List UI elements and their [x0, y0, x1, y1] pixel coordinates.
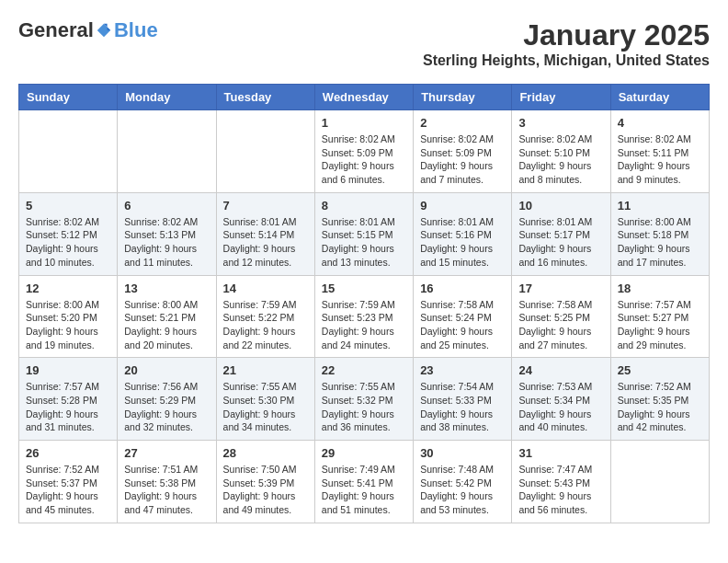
calendar-cell: 9Sunrise: 8:01 AM Sunset: 5:16 PM Daylig…	[414, 192, 512, 275]
day-info: Sunrise: 7:52 AM Sunset: 5:35 PM Dayligh…	[618, 380, 702, 434]
day-info: Sunrise: 7:51 AM Sunset: 5:38 PM Dayligh…	[124, 463, 209, 517]
day-info: Sunrise: 7:53 AM Sunset: 5:34 PM Dayligh…	[518, 380, 603, 434]
calendar-cell	[610, 441, 709, 523]
day-number: 11	[618, 199, 702, 213]
day-number: 25	[618, 363, 702, 377]
day-number: 12	[26, 282, 110, 295]
day-info: Sunrise: 8:02 AM Sunset: 5:12 PM Dayligh…	[26, 215, 110, 270]
calendar-cell: 10Sunrise: 8:01 AM Sunset: 5:17 PM Dayli…	[512, 192, 610, 275]
calendar-cell	[216, 110, 314, 193]
calendar-cell: 8Sunrise: 8:01 AM Sunset: 5:15 PM Daylig…	[314, 192, 413, 275]
day-of-week-header: Sunday	[19, 85, 118, 110]
calendar-cell: 17Sunrise: 7:58 AM Sunset: 5:25 PM Dayli…	[512, 275, 610, 358]
day-info: Sunrise: 7:55 AM Sunset: 5:30 PM Dayligh…	[223, 380, 308, 434]
calendar-table: SundayMondayTuesdayWednesdayThursdayFrid…	[18, 84, 710, 523]
day-number: 29	[322, 446, 406, 460]
logo-blue-text: Blue	[114, 18, 158, 42]
day-info: Sunrise: 7:54 AM Sunset: 5:33 PM Dayligh…	[420, 380, 505, 434]
page-header: General Blue January 2025 Sterling Heigh…	[18, 18, 710, 69]
day-number: 14	[223, 282, 308, 295]
calendar-cell: 11Sunrise: 8:00 AM Sunset: 5:18 PM Dayli…	[610, 192, 709, 275]
day-of-week-header: Tuesday	[216, 85, 314, 110]
day-number: 22	[322, 363, 406, 377]
calendar-week-row: 1Sunrise: 8:02 AM Sunset: 5:09 PM Daylig…	[19, 110, 710, 193]
day-info: Sunrise: 7:55 AM Sunset: 5:32 PM Dayligh…	[322, 380, 406, 434]
day-number: 4	[618, 116, 702, 130]
day-info: Sunrise: 7:48 AM Sunset: 5:42 PM Dayligh…	[420, 463, 505, 517]
day-info: Sunrise: 7:59 AM Sunset: 5:22 PM Dayligh…	[223, 298, 308, 352]
calendar-cell: 4Sunrise: 8:02 AM Sunset: 5:11 PM Daylig…	[610, 110, 709, 193]
day-number: 26	[26, 446, 110, 460]
calendar-cell: 26Sunrise: 7:52 AM Sunset: 5:37 PM Dayli…	[19, 441, 118, 523]
calendar-week-row: 5Sunrise: 8:02 AM Sunset: 5:12 PM Daylig…	[19, 192, 710, 275]
calendar-cell: 1Sunrise: 8:02 AM Sunset: 5:09 PM Daylig…	[314, 110, 413, 193]
day-number: 28	[223, 446, 308, 460]
day-info: Sunrise: 8:01 AM Sunset: 5:15 PM Dayligh…	[322, 215, 406, 270]
day-info: Sunrise: 7:57 AM Sunset: 5:27 PM Dayligh…	[618, 298, 702, 352]
day-number: 18	[618, 282, 702, 295]
logo: General Blue	[18, 18, 158, 42]
calendar-cell: 29Sunrise: 7:49 AM Sunset: 5:41 PM Dayli…	[314, 441, 413, 523]
calendar-week-row: 19Sunrise: 7:57 AM Sunset: 5:28 PM Dayli…	[19, 358, 710, 441]
day-number: 9	[420, 199, 505, 213]
day-of-week-header: Saturday	[610, 85, 709, 110]
calendar-cell	[118, 110, 216, 193]
calendar-cell: 21Sunrise: 7:55 AM Sunset: 5:30 PM Dayli…	[216, 358, 314, 441]
day-number: 19	[26, 363, 110, 377]
day-info: Sunrise: 7:49 AM Sunset: 5:41 PM Dayligh…	[322, 463, 406, 517]
day-info: Sunrise: 8:02 AM Sunset: 5:11 PM Dayligh…	[618, 132, 702, 187]
day-info: Sunrise: 7:57 AM Sunset: 5:28 PM Dayligh…	[26, 380, 110, 434]
logo-general-text: General	[18, 18, 94, 42]
day-info: Sunrise: 7:47 AM Sunset: 5:43 PM Dayligh…	[518, 463, 603, 517]
day-number: 31	[518, 446, 603, 460]
calendar-header-row: SundayMondayTuesdayWednesdayThursdayFrid…	[19, 85, 710, 110]
title-block: January 2025 Sterling Heights, Michigan,…	[423, 18, 710, 69]
calendar-cell: 7Sunrise: 8:01 AM Sunset: 5:14 PM Daylig…	[216, 192, 314, 275]
calendar-cell: 22Sunrise: 7:55 AM Sunset: 5:32 PM Dayli…	[314, 358, 413, 441]
calendar-cell	[19, 110, 118, 193]
day-info: Sunrise: 8:00 AM Sunset: 5:20 PM Dayligh…	[26, 298, 110, 352]
day-info: Sunrise: 8:02 AM Sunset: 5:13 PM Dayligh…	[124, 215, 209, 270]
day-of-week-header: Friday	[512, 85, 610, 110]
calendar-cell: 30Sunrise: 7:48 AM Sunset: 5:42 PM Dayli…	[414, 441, 512, 523]
calendar-cell: 3Sunrise: 8:02 AM Sunset: 5:10 PM Daylig…	[512, 110, 610, 193]
day-number: 30	[420, 446, 505, 460]
day-number: 3	[518, 116, 603, 130]
location-text: Sterling Heights, Michigan, United State…	[423, 52, 710, 69]
day-number: 5	[26, 199, 110, 213]
day-number: 13	[124, 282, 209, 295]
calendar-cell: 5Sunrise: 8:02 AM Sunset: 5:12 PM Daylig…	[19, 192, 118, 275]
day-number: 15	[322, 282, 406, 295]
day-info: Sunrise: 7:52 AM Sunset: 5:37 PM Dayligh…	[26, 463, 110, 517]
day-info: Sunrise: 8:01 AM Sunset: 5:17 PM Dayligh…	[518, 215, 603, 270]
day-number: 2	[420, 116, 505, 130]
day-info: Sunrise: 7:58 AM Sunset: 5:24 PM Dayligh…	[420, 298, 505, 352]
day-number: 10	[518, 199, 603, 213]
day-number: 8	[322, 199, 406, 213]
calendar-cell: 2Sunrise: 8:02 AM Sunset: 5:09 PM Daylig…	[414, 110, 512, 193]
day-number: 20	[124, 363, 209, 377]
calendar-cell: 31Sunrise: 7:47 AM Sunset: 5:43 PM Dayli…	[512, 441, 610, 523]
day-info: Sunrise: 8:00 AM Sunset: 5:18 PM Dayligh…	[618, 215, 702, 270]
day-of-week-header: Thursday	[414, 85, 512, 110]
day-info: Sunrise: 7:58 AM Sunset: 5:25 PM Dayligh…	[518, 298, 603, 352]
day-of-week-header: Wednesday	[314, 85, 413, 110]
calendar-cell: 19Sunrise: 7:57 AM Sunset: 5:28 PM Dayli…	[19, 358, 118, 441]
calendar-cell: 24Sunrise: 7:53 AM Sunset: 5:34 PM Dayli…	[512, 358, 610, 441]
day-number: 27	[124, 446, 209, 460]
day-info: Sunrise: 8:01 AM Sunset: 5:14 PM Dayligh…	[223, 215, 308, 270]
day-number: 16	[420, 282, 505, 295]
day-info: Sunrise: 8:02 AM Sunset: 5:09 PM Dayligh…	[322, 132, 406, 187]
calendar-cell: 6Sunrise: 8:02 AM Sunset: 5:13 PM Daylig…	[118, 192, 216, 275]
calendar-cell: 12Sunrise: 8:00 AM Sunset: 5:20 PM Dayli…	[19, 275, 118, 358]
day-info: Sunrise: 8:01 AM Sunset: 5:16 PM Dayligh…	[420, 215, 505, 270]
day-info: Sunrise: 7:59 AM Sunset: 5:23 PM Dayligh…	[322, 298, 406, 352]
day-info: Sunrise: 7:50 AM Sunset: 5:39 PM Dayligh…	[223, 463, 308, 517]
calendar-week-row: 12Sunrise: 8:00 AM Sunset: 5:20 PM Dayli…	[19, 275, 710, 358]
calendar-cell: 20Sunrise: 7:56 AM Sunset: 5:29 PM Dayli…	[118, 358, 216, 441]
day-info: Sunrise: 8:02 AM Sunset: 5:09 PM Dayligh…	[420, 132, 505, 187]
calendar-cell: 13Sunrise: 8:00 AM Sunset: 5:21 PM Dayli…	[118, 275, 216, 358]
calendar-cell: 25Sunrise: 7:52 AM Sunset: 5:35 PM Dayli…	[610, 358, 709, 441]
day-number: 17	[518, 282, 603, 295]
logo-icon	[96, 22, 112, 39]
